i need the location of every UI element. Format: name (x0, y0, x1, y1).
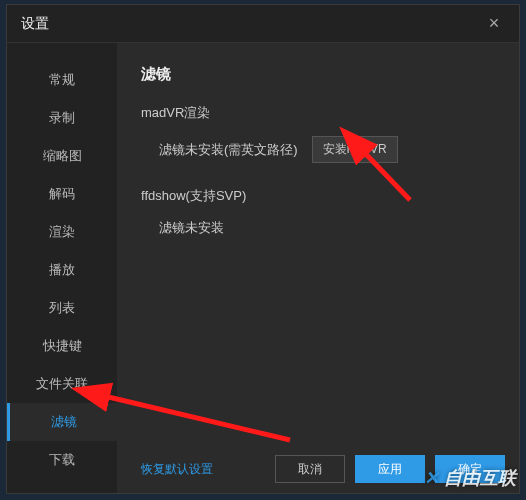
settings-window: 设置 × 常规 录制 缩略图 解码 渲染 播放 列表 快捷键 文件关联 滤镜 下… (6, 4, 520, 494)
reset-defaults-link[interactable]: 恢复默认设置 (141, 461, 213, 478)
sidebar-item-play[interactable]: 播放 (7, 251, 117, 289)
sidebar-item-decode[interactable]: 解码 (7, 175, 117, 213)
page-title: 滤镜 (141, 65, 495, 84)
sidebar-item-general[interactable]: 常规 (7, 61, 117, 99)
sidebar-item-render[interactable]: 渲染 (7, 213, 117, 251)
sidebar: 常规 录制 缩略图 解码 渲染 播放 列表 快捷键 文件关联 滤镜 下载 (7, 43, 117, 493)
close-icon[interactable]: × (483, 13, 505, 35)
sidebar-item-shortcut[interactable]: 快捷键 (7, 327, 117, 365)
sidebar-item-record[interactable]: 录制 (7, 99, 117, 137)
sidebar-item-thumbnail[interactable]: 缩略图 (7, 137, 117, 175)
ok-button[interactable]: 确定 (435, 455, 505, 483)
sidebar-item-filter[interactable]: 滤镜 (7, 403, 117, 441)
ffdshow-heading: ffdshow(支持SVP) (141, 187, 495, 205)
madvr-row: 滤镜未安装(需英文路径) 安装madVR (141, 136, 495, 163)
window-title: 设置 (21, 15, 49, 33)
sidebar-item-download[interactable]: 下载 (7, 441, 117, 479)
footer-bar: 恢复默认设置 取消 应用 确定 (117, 455, 519, 483)
madvr-heading: madVR渲染 (141, 104, 495, 122)
madvr-status: 滤镜未安装(需英文路径) (159, 141, 298, 159)
title-bar: 设置 × (7, 5, 519, 43)
cancel-button[interactable]: 取消 (275, 455, 345, 483)
ffdshow-status: 滤镜未安装 (159, 219, 224, 237)
install-madvr-button[interactable]: 安装madVR (312, 136, 398, 163)
sidebar-item-file-assoc[interactable]: 文件关联 (7, 365, 117, 403)
sidebar-item-list[interactable]: 列表 (7, 289, 117, 327)
ffdshow-row: 滤镜未安装 (141, 219, 495, 237)
content-panel: 滤镜 madVR渲染 滤镜未安装(需英文路径) 安装madVR ffdshow(… (117, 43, 519, 493)
apply-button[interactable]: 应用 (355, 455, 425, 483)
window-body: 常规 录制 缩略图 解码 渲染 播放 列表 快捷键 文件关联 滤镜 下载 滤镜 … (7, 43, 519, 493)
